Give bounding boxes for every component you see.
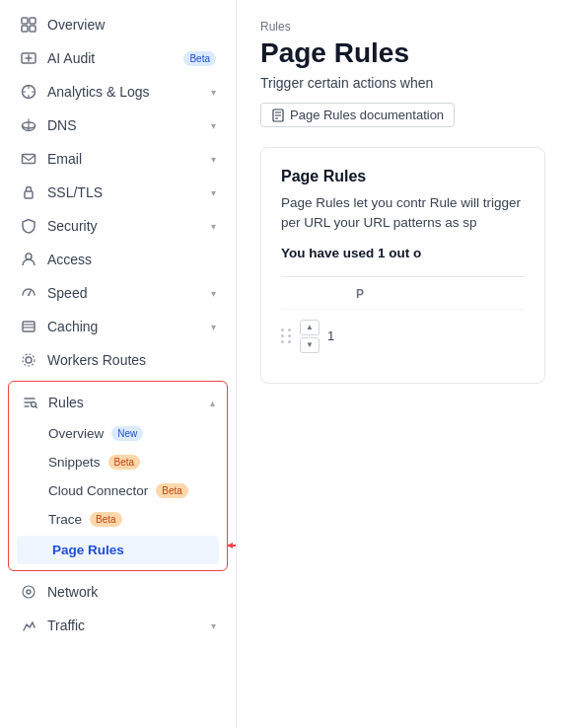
sidebar-item-access[interactable]: Access: [4, 243, 232, 276]
speed-icon: [20, 284, 37, 302]
sidebar-item-overview[interactable]: Overview: [4, 8, 232, 41]
sidebar-item-network[interactable]: Network: [4, 575, 232, 609]
svg-point-11: [28, 294, 30, 296]
sidebar-item-ssl-tls-label: SSL/TLS: [47, 184, 201, 200]
sidebar-item-email[interactable]: Email ▾: [4, 142, 232, 176]
main-content: Rules Page Rules Trigger certain actions…: [237, 0, 569, 728]
svg-rect-0: [22, 18, 28, 24]
sidebar-item-traffic-label: Traffic: [47, 618, 201, 633]
dns-arrow: ▾: [211, 120, 216, 131]
svg-rect-3: [30, 26, 36, 32]
network-icon: [20, 583, 37, 601]
page-subtitle: Trigger certain actions when: [260, 75, 545, 91]
sidebar-item-ai-audit-label: AI Audit: [47, 50, 174, 66]
page-title: Page Rules: [260, 37, 545, 69]
email-arrow: ▾: [211, 154, 216, 165]
sidebar-item-access-label: Access: [47, 252, 216, 267]
analytics-logs-arrow: ▾: [211, 87, 216, 98]
trace-badge: Beta: [90, 512, 122, 527]
table-header: P: [281, 276, 525, 309]
sub-item-overview-label: Overview: [48, 426, 104, 441]
sidebar-sub-item-snippets[interactable]: Snippets Beta: [9, 448, 227, 476]
workers-routes-icon: [20, 351, 37, 369]
snippets-badge: Beta: [108, 455, 141, 470]
email-icon: [20, 150, 37, 168]
sidebar-item-workers-routes-label: Workers Routes: [47, 352, 216, 368]
cloud-connector-badge: Beta: [156, 483, 188, 498]
svg-rect-8: [23, 155, 36, 164]
breadcrumb: Rules: [260, 20, 545, 34]
sub-item-trace-label: Trace: [48, 512, 82, 527]
content-box: Page Rules Page Rules let you contr Rule…: [260, 147, 545, 384]
overview-new-badge: New: [111, 426, 143, 441]
rules-section-arrow: ▴: [210, 398, 215, 408]
sidebar-item-workers-routes[interactable]: Workers Routes: [4, 343, 232, 377]
rules-section-header[interactable]: Rules ▴: [9, 386, 227, 419]
dns-icon: [20, 116, 37, 134]
sidebar-item-overview-label: Overview: [47, 17, 216, 33]
sidebar-item-ssl-tls[interactable]: SSL/TLS ▾: [4, 176, 232, 209]
sidebar-sub-item-page-rules[interactable]: Page Rules: [17, 536, 219, 564]
sort-up-button[interactable]: ▲: [300, 320, 320, 335]
overview-icon: [20, 16, 37, 34]
sort-buttons: ▲ ▼: [300, 320, 320, 353]
sub-item-cloud-connector-label: Cloud Connector: [48, 483, 148, 498]
svg-marker-19: [227, 543, 233, 548]
row-number: 1: [327, 328, 334, 343]
sidebar-item-ai-audit[interactable]: AI Audit Beta: [4, 41, 232, 75]
svg-point-16: [23, 354, 35, 366]
sidebar-item-caching[interactable]: Caching ▾: [4, 310, 232, 343]
sidebar-item-traffic[interactable]: Traffic ▾: [4, 609, 232, 642]
sidebar-item-speed-label: Speed: [47, 285, 201, 301]
analytics-icon: [20, 83, 37, 101]
sidebar-item-dns-label: DNS: [47, 117, 201, 133]
svg-rect-2: [22, 26, 28, 32]
doc-link-text: Page Rules documentation: [290, 108, 444, 122]
sidebar-sub-item-overview-new[interactable]: Overview New: [9, 419, 227, 448]
rules-icon: [21, 394, 38, 411]
sidebar-item-security-label: Security: [47, 218, 201, 234]
drag-handle[interactable]: [281, 328, 292, 343]
sub-item-snippets-label: Snippets: [48, 455, 101, 470]
svg-point-20: [27, 590, 31, 594]
access-icon: [20, 251, 37, 268]
sidebar-item-analytics-logs[interactable]: Analytics & Logs ▾: [4, 75, 232, 109]
sidebar-sub-item-cloud-connector[interactable]: Cloud Connector Beta: [9, 476, 227, 505]
ai-audit-badge: Beta: [183, 51, 216, 66]
svg-point-10: [26, 254, 32, 259]
svg-rect-9: [25, 191, 33, 198]
usage-text: You have used 1 out o: [281, 246, 525, 260]
doc-link[interactable]: Page Rules documentation: [260, 103, 455, 127]
ssl-tls-arrow: ▾: [211, 187, 216, 198]
caching-icon: [20, 318, 37, 335]
speed-arrow: ▾: [211, 288, 216, 299]
ai-audit-icon: [20, 49, 37, 67]
content-box-description: Page Rules let you contr Rule will trigg…: [281, 193, 525, 234]
sidebar-item-security[interactable]: Security ▾: [4, 209, 232, 243]
sidebar-item-network-label: Network: [47, 584, 216, 600]
svg-rect-1: [30, 18, 36, 24]
sidebar-item-email-label: Email: [47, 151, 201, 167]
sidebar-item-dns[interactable]: DNS ▾: [4, 109, 232, 142]
content-box-title: Page Rules: [281, 168, 525, 185]
table-col-label: P: [356, 287, 365, 301]
ssl-tls-icon: [20, 183, 37, 201]
rules-section: Rules ▴ Overview New Snippets Beta Cloud…: [8, 381, 228, 571]
sub-item-page-rules-label: Page Rules: [52, 543, 124, 557]
caching-arrow: ▾: [211, 322, 216, 332]
red-arrow: [225, 541, 237, 560]
sidebar-item-analytics-logs-label: Analytics & Logs: [47, 84, 201, 100]
svg-point-15: [26, 357, 32, 363]
sidebar-item-speed[interactable]: Speed ▾: [4, 276, 232, 310]
security-arrow: ▾: [211, 221, 216, 232]
traffic-arrow: ▾: [211, 620, 216, 631]
sidebar-item-caching-label: Caching: [47, 319, 201, 334]
sort-down-button[interactable]: ▼: [300, 337, 320, 353]
doc-link-icon: [271, 109, 285, 122]
sidebar-sub-item-trace[interactable]: Trace Beta: [9, 505, 227, 534]
table-row: ▲ ▼ 1: [281, 309, 525, 363]
svg-point-21: [23, 586, 35, 598]
svg-rect-12: [23, 322, 35, 331]
traffic-icon: [20, 617, 37, 634]
security-icon: [20, 217, 37, 235]
